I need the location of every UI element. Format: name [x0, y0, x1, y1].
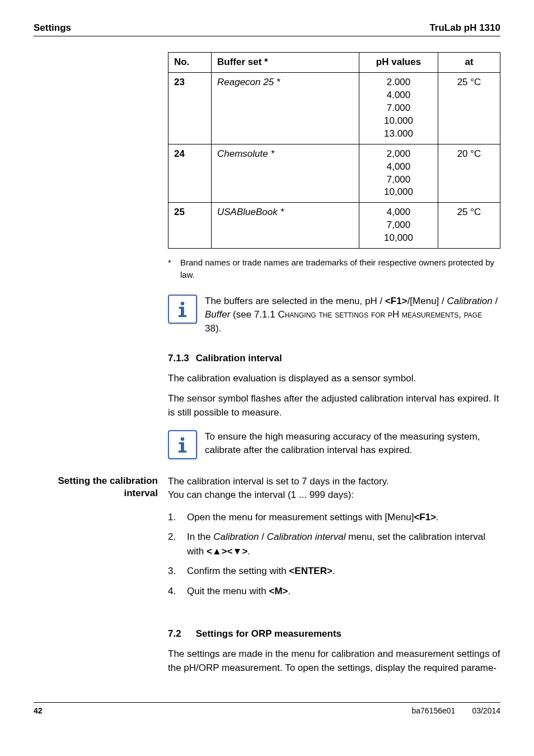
buffer-table: No. Buffer set * pH values at 23 Reageco… [168, 52, 500, 249]
cell-ph: 2,000 4,000 7,000 10,000 [359, 144, 438, 203]
svg-rect-2 [179, 306, 182, 309]
t: . [288, 586, 291, 596]
t: Calibration [213, 531, 259, 542]
cell-at: 20 °C [438, 144, 500, 203]
sidebody-l1: The calibration interval is set to 7 day… [168, 475, 500, 489]
th-ph: pH values [359, 53, 438, 73]
cell-at: 25 °C [438, 72, 500, 144]
heading-title: Settings for ORP measurements [196, 628, 341, 639]
cell-name: Chemsolute * [212, 144, 359, 203]
side-label-setting-interval: Setting the calibration interval [34, 475, 168, 501]
t: <M> [269, 586, 288, 596]
footer-date: 03/2014 [472, 706, 500, 715]
sidebody-l2: You can change the interval (1 ... 999 d… [168, 488, 500, 502]
p-72: The settings are made in the menu for ca… [168, 647, 500, 675]
svg-rect-6 [179, 442, 182, 444]
t: In the [187, 531, 213, 542]
th-no: No. [168, 53, 212, 73]
footnote: * Brand names or trade names are tradema… [168, 256, 500, 281]
t: / [259, 531, 267, 542]
th-name: Buffer set * [212, 53, 359, 73]
info-icon [168, 430, 197, 459]
t: 38). [205, 323, 221, 334]
t: <ENTER> [289, 566, 332, 576]
t: The buffers are selected in the menu, pH… [205, 296, 385, 306]
footnote-star: * [168, 256, 180, 281]
t: (see 7.1.1 [230, 309, 278, 320]
t: <F1> [385, 296, 407, 306]
heading-num: 7.1.3 [168, 353, 189, 363]
heading-713: 7.1.3Calibration interval [168, 353, 500, 364]
footer-page: 42 [34, 706, 43, 715]
heading-72: 7.2Settings for ORP measurements [168, 628, 500, 640]
cell-no: 25 [168, 203, 212, 249]
svg-rect-7 [179, 450, 186, 452]
table-row: 25 USABlueBook * 4,000 7,000 10,000 25 °… [168, 203, 500, 249]
list-item: Open the menu for measurement settings w… [168, 510, 500, 525]
t: <▲><▼> [207, 546, 247, 557]
cell-at: 25 °C [438, 203, 500, 249]
th-at: at [438, 53, 500, 73]
footer-code: ba76156e01 [412, 706, 456, 715]
t: Quit the menu with [187, 586, 269, 596]
heading-title: Calibration interval [196, 353, 282, 363]
footer-rule [34, 702, 500, 706]
cell-name: USABlueBook * [212, 203, 359, 249]
t: Buffer [205, 309, 230, 320]
svg-point-4 [181, 437, 185, 441]
steps-list: Open the menu for measurement settings w… [168, 510, 500, 599]
t: . [247, 546, 250, 557]
cell-ph: 4,000 7,000 10,000 [359, 203, 438, 249]
header-right: TruLab pH 1310 [429, 22, 500, 34]
svg-rect-3 [179, 315, 186, 317]
p-713-2: The sensor symbol flashes after the adju… [168, 392, 500, 419]
info-note-1: The buffers are selected in the menu, pH… [205, 295, 500, 336]
info-icon [168, 295, 197, 324]
p-713-1: The calibration evaluation is displayed … [168, 372, 500, 386]
cell-name: Reagecon 25 * [212, 72, 359, 144]
t: Open the menu for measurement settings w… [187, 512, 414, 522]
heading-num: 7.2 [168, 628, 181, 639]
t: . [332, 566, 335, 576]
t: /[Menu] / [407, 296, 447, 306]
header-rule [34, 36, 500, 36]
footnote-text: Brand names or trade names are trademark… [180, 256, 500, 281]
table-row: 23 Reagecon 25 * 2.000 4.000 7.000 10.00… [168, 72, 500, 144]
t: Calibration interval [267, 531, 346, 542]
list-item: In the Calibration / Calibration interva… [168, 530, 500, 558]
info-note-2: To ensure the high measuring accuracy of… [205, 430, 500, 458]
table-row: 24 Chemsolute * 2,000 4,000 7,000 10,000… [168, 144, 500, 203]
t: Changing the settings for pH measurement… [278, 309, 482, 320]
t: Calibration [447, 296, 493, 306]
t: <F1> [414, 512, 436, 522]
cell-ph: 2.000 4.000 7.000 10.000 13.000 [359, 72, 438, 144]
t: / [493, 296, 498, 306]
cell-no: 24 [168, 144, 212, 203]
cell-no: 23 [168, 72, 212, 144]
list-item: Quit the menu with <M>. [168, 584, 500, 599]
svg-point-0 [181, 302, 185, 306]
t: . [436, 512, 439, 522]
t: Confirm the setting with [187, 566, 289, 576]
list-item: Confirm the setting with <ENTER>. [168, 564, 500, 578]
header-left: Settings [34, 22, 71, 34]
